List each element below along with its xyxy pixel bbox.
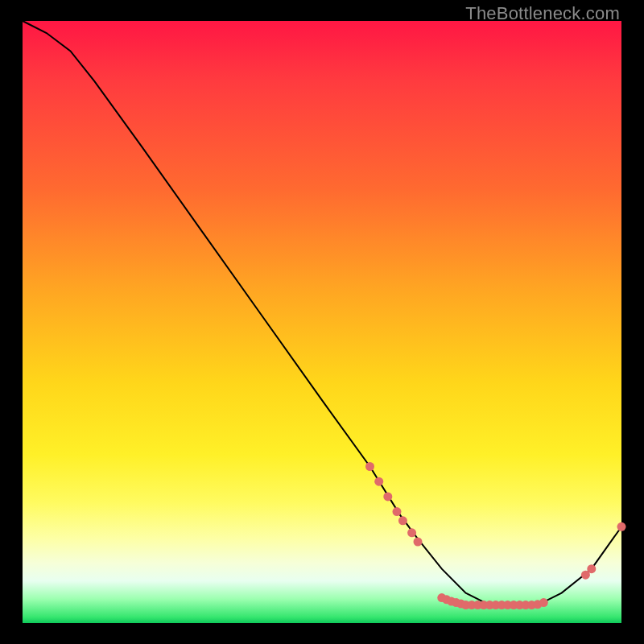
- data-point: [617, 522, 626, 531]
- data-point: [398, 516, 407, 525]
- data-point: [393, 507, 402, 516]
- chart-frame: TheBottleneck.com: [0, 0, 644, 644]
- data-point: [414, 538, 423, 547]
- data-point: [407, 528, 416, 537]
- data-point: [383, 492, 392, 501]
- watermark-text: TheBottleneck.com: [465, 3, 620, 24]
- marker-group: [365, 462, 626, 609]
- data-point: [365, 462, 374, 471]
- bottleneck-curve: [23, 21, 621, 605]
- curve-layer: [23, 21, 621, 623]
- data-point: [374, 477, 383, 486]
- data-point: [587, 564, 596, 573]
- data-point: [539, 598, 548, 607]
